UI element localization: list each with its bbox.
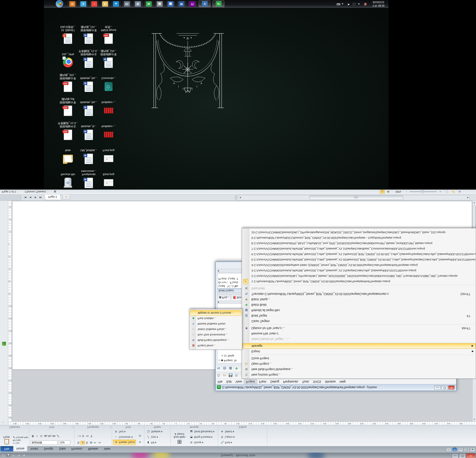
doc-minimize-icon[interactable]: — [458, 447, 463, 452]
menu-item-recent[interactable]: 9 C:/Nuvoton/BSP Library/NUC126series_BS… [242, 235, 476, 241]
font-name-select[interactable]: 新細明體 [31, 440, 58, 445]
doc-close-icon[interactable]: ✕ [470, 447, 475, 452]
editing-find-button[interactable]: 🔍 Find ▾ [219, 440, 233, 445]
desktop-icon-recyclebin[interactable]: Recycle Bin [58, 173, 78, 188]
menu-item-open[interactable]: 🗁Open Project... [242, 361, 476, 367]
tab-review[interactable]: Review [85, 446, 101, 452]
menu-item-recent[interactable]: 4 C:/Users/VCCHANG3/Desktop/New folder (… [242, 262, 476, 268]
submenu-item-pack[interactable]: ◆Pack Installer... [190, 316, 241, 321]
menu-item-build[interactable]: ▤Build TargetF7 [242, 313, 476, 318]
close-button[interactable]: ✕ [448, 385, 455, 390]
tab-process[interactable]: Process [68, 446, 85, 452]
submenu-item-project[interactable]: ▦Project Items... [190, 343, 241, 348]
menu-help[interactable]: Help [338, 379, 348, 384]
page-nav-button[interactable]: ◀ [28, 195, 33, 200]
page-nav-button[interactable]: ▶ [33, 195, 38, 200]
menu-item-recent[interactable]: 5 C:/Users/VCCHANG3/works/LoRa/SW_Nano10… [242, 257, 476, 262]
submenu-item-runtime[interactable]: ◇Run-Time Environment... [190, 332, 241, 338]
new-icon[interactable]: 🗋 [216, 372, 221, 378]
menu-item-batch[interactable]: ❖Batch Setup... [242, 297, 476, 302]
desktop-icon-websiten[interactable]: WWebsite_N... [79, 125, 99, 140]
shape-thumbnail-icon[interactable] [2, 342, 6, 346]
submenu-item-migrate[interactable]: Migrate to Version 5 Format... [190, 310, 241, 316]
paste-button[interactable]: 📋Paste [1, 436, 12, 445]
menu-item-stop[interactable]: ▣Stop build [242, 286, 476, 291]
auto-align-space-button[interactable]: ⊞Auto Align& Space [172, 433, 187, 445]
calculator-icon[interactable]: ▦ [166, 0, 175, 7]
arrange-bring-forward-button[interactable]: ⬒ Bring Forward ▾ [188, 434, 213, 440]
menu-flash[interactable]: Flash [257, 379, 268, 384]
uvision-titlebar[interactable]: μC:/Nuvoton/BSP Library/M031_Series_BSP_… [216, 384, 456, 391]
menu-item-clean[interactable]: Clean Targets [242, 318, 476, 324]
menu-item-recent[interactable]: 2 C:/Users/VCCHANG3/works/DALI_2/Project… [242, 273, 476, 279]
underline-button[interactable]: U [39, 434, 43, 438]
volume-muted-icon[interactable]: 🔇 [364, 2, 367, 6]
network-icon[interactable]: ⸙ [358, 3, 360, 6]
menu-item-rebuild[interactable]: ▦Rebuild all target files [242, 308, 476, 313]
case-button[interactable]: Aa [48, 434, 52, 438]
menu-item-recent[interactable]: 8 C:/Users/VCCHANG3/works/EPD_ML51_LoRa/… [242, 241, 476, 246]
binary-app-icon[interactable]: 01 [122, 0, 132, 7]
status-language[interactable]: Chinese (Taiwan) [23, 190, 48, 194]
taskbar-clock[interactable]: 下午 08:26 2019/2/13 [369, 0, 387, 7]
v-align-button[interactable]: ≣ [81, 434, 85, 438]
input-flag-icon[interactable]: ⚑ [347, 2, 350, 6]
desktop-icon-numaker[interactable]: NuMaker-... [98, 125, 119, 140]
menu-item-new[interactable]: 🗋New µVision Project... [242, 372, 476, 377]
chrome-icon[interactable]: ◔ [89, 0, 99, 7]
page-tab-active[interactable]: Page-1 [44, 194, 61, 200]
batch-icon[interactable]: ❖ [234, 366, 239, 371]
desktop-icon-[interactable]: PDF開發經驗中文手冊翻譯_V1.0... [58, 121, 78, 140]
page-nav-button[interactable]: ▶| [38, 195, 43, 200]
font-size-select[interactable]: 12pt [59, 440, 70, 445]
pane-view-icon[interactable]: ◫ [380, 190, 385, 194]
tab-view[interactable]: View [101, 446, 113, 452]
menu-item-close[interactable]: Close Project [242, 356, 476, 361]
menu-item-translate[interactable]: ⇆Translate C:/Nuvoton/BSP Library/M031_S… [242, 291, 476, 297]
menu-debug[interactable]: Debug [268, 379, 281, 384]
format-painter-button[interactable]: 🖌 Format Painter [13, 436, 28, 439]
desktop-icon-connectio[interactable]: Connectio... [98, 77, 119, 92]
menu-svcs[interactable]: SVCS [311, 379, 323, 384]
tree-expander-icon[interactable]: ⊞ [221, 354, 223, 357]
submenu-item-select[interactable]: ◇Select Software Packs... [190, 327, 241, 332]
outlook-icon[interactable]: O [68, 0, 77, 7]
shape-line-button[interactable]: ╱ Line ▾ [145, 434, 159, 440]
menu-tools[interactable]: Tools [300, 379, 311, 384]
doc-restore-icon[interactable]: ❐ [464, 447, 469, 452]
menu-item-new[interactable]: ⧉New Multi-Project Workspace... [242, 367, 476, 372]
bold-button[interactable]: B [31, 434, 35, 438]
switch-windows-icon[interactable]: ⧉ [457, 190, 462, 194]
close-button[interactable]: ✕ [466, 453, 476, 458]
desktop-icon-sslvpn[interactable]: ↗SSL_VPN [58, 53, 78, 68]
menu-project[interactable]: Project [244, 379, 257, 384]
desktop-icon-[interactable]: W開發經驗分享國內版_CH... [79, 25, 99, 44]
minimize-button[interactable]: — [434, 385, 441, 390]
expand-shapes-icon[interactable]: « [2, 421, 3, 424]
menu-item-recent[interactable]: 10 C:/Users/VCCHANG3/works/DALI_2/Projec… [242, 230, 476, 235]
page-nav-button[interactable]: |◀ [23, 195, 28, 200]
editing-layers-button[interactable]: ≣ Layers ▾ [219, 434, 236, 440]
visio-titlebar[interactable]: ▢💾↶↷▾ Drawing1 - Microsoft Visio —❐✕ [0, 453, 476, 458]
tab-insert[interactable]: Insert [28, 446, 41, 452]
menu-item-batch[interactable]: ❖Batch Build [242, 302, 476, 308]
panel-tab-proj[interactable]: ▦ Proj... [217, 294, 231, 300]
menu-window[interactable]: Window [323, 379, 338, 384]
collapse-ribbon-icon[interactable]: ⌃ [446, 447, 451, 452]
zoom-in-icon[interactable]: + [438, 190, 443, 194]
menu-peripherals[interactable]: Peripherals [281, 379, 300, 384]
bullets-button[interactable]: •≡ [85, 434, 89, 438]
tool-pointer-tool[interactable]: ➤ Pointer Tool ▾ [113, 440, 136, 445]
paragraph-mark-button[interactable]: ¶ [89, 434, 94, 438]
display-icon[interactable]: 🖵 [353, 2, 356, 6]
tool-connector[interactable]: ⌐ Connector ▾ [113, 434, 134, 440]
menu-item-export[interactable]: Export▶ [242, 349, 476, 354]
strikethrough-button[interactable]: a̶b̶ [43, 434, 48, 438]
tree-node[interactable]: ⊞ 🗀 Temp [221, 354, 234, 357]
zoom-out-icon[interactable]: − [404, 190, 409, 194]
zoom-slider-knob[interactable] [421, 190, 423, 193]
desktop-icon-[interactable]: PDF開發經驗分享國內版_201... [58, 73, 78, 92]
restore-button[interactable]: ❐ [441, 385, 448, 390]
pan-zoom-icon[interactable]: 🧭 [451, 190, 456, 194]
scroll-left-icon[interactable]: ◀ [238, 196, 242, 200]
